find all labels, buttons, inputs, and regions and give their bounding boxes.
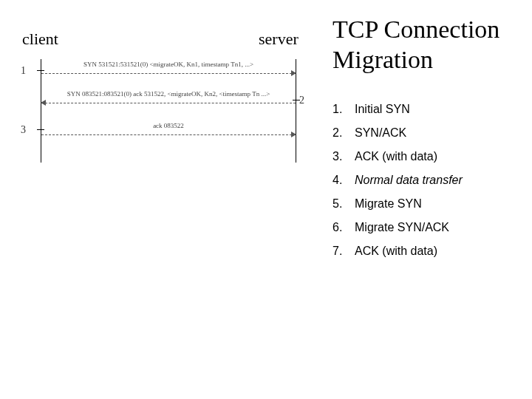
- step-index: 4.: [332, 174, 346, 187]
- right-panel: TCP Connection Migration 1.Initial SYN 2…: [332, 15, 517, 263]
- step-index: 5.: [332, 197, 346, 211]
- message-3: ack 083522: [41, 124, 296, 146]
- list-item: 4.Normal data transfer: [332, 168, 517, 192]
- step-text: Migrate SYN: [355, 197, 422, 211]
- list-item: 3.ACK (with data): [332, 145, 517, 168]
- step-index: 1.: [332, 103, 346, 116]
- step-number-2: 2: [299, 95, 304, 106]
- list-item: 6.Migrate SYN/ACK: [332, 216, 517, 239]
- list-item: 1.Initial SYN: [332, 98, 517, 121]
- step-index: 7.: [332, 245, 346, 258]
- list-item: 5.Migrate SYN: [332, 192, 517, 216]
- message-3-text: ack 083522: [41, 123, 296, 130]
- step-index: 6.: [332, 221, 346, 234]
- list-item: 2.SYN/ACK: [332, 121, 517, 145]
- page-title: TCP Connection Migration: [332, 15, 517, 75]
- list-item: 7.ACK (with data): [332, 239, 517, 263]
- step-index: 3.: [332, 150, 346, 163]
- arrow-right-icon: [41, 134, 296, 135]
- step-text: Normal data transfer: [355, 174, 463, 187]
- arrow-left-icon: [41, 103, 296, 103]
- step-text: SYN/ACK: [355, 126, 406, 140]
- step-number-1: 1: [21, 65, 26, 77]
- message-2: SYN 083521:083521(0) ack 531522, <migrat…: [41, 92, 296, 115]
- client-label: client: [22, 30, 58, 49]
- message-2-text: SYN 083521:083521(0) ack 531522, <migrat…: [41, 91, 296, 98]
- sequence-diagram: client server 1 2 3 SYN 531521:531521(0)…: [15, 30, 310, 163]
- step-number-3: 3: [21, 124, 26, 136]
- arrow-right-icon: [41, 73, 296, 74]
- step-text: Initial SYN: [355, 103, 410, 116]
- message-1: SYN 531521:531521(0) <migrateOK, Kn1, ti…: [41, 63, 296, 85]
- step-text: Migrate SYN/ACK: [355, 221, 449, 234]
- step-index: 2.: [332, 126, 346, 140]
- server-label: server: [259, 30, 299, 49]
- steps-list: 1.Initial SYN 2.SYN/ACK 3.ACK (with data…: [332, 98, 517, 263]
- step-text: ACK (with data): [355, 150, 437, 163]
- step-text: ACK (with data): [355, 245, 437, 258]
- message-1-text: SYN 531521:531521(0) <migrateOK, Kn1, ti…: [41, 61, 296, 69]
